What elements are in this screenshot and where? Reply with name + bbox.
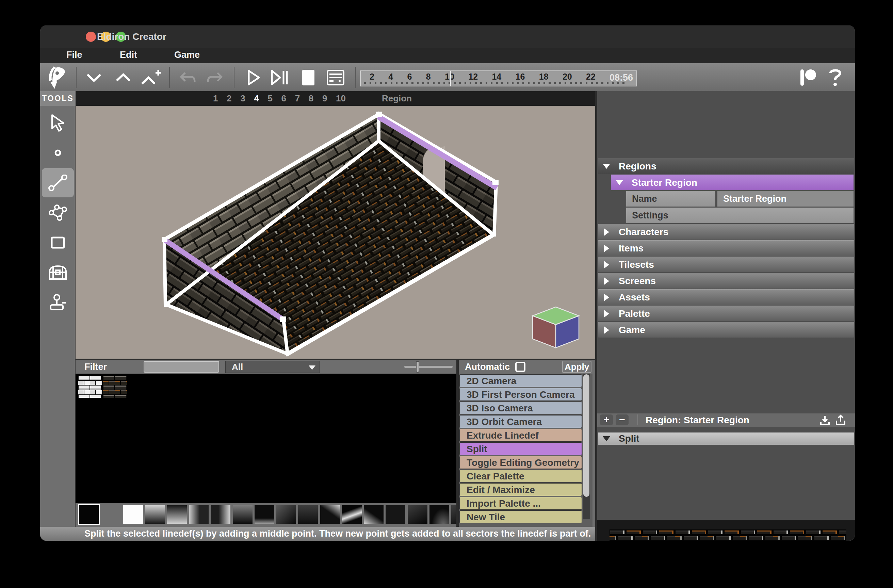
tool-linedef[interactable] xyxy=(42,168,74,197)
tool-rect[interactable] xyxy=(42,228,74,257)
texture-preview[interactable] xyxy=(609,529,846,541)
menu-edit[interactable]: Edit xyxy=(120,48,137,63)
chevron-right-icon xyxy=(604,228,609,236)
gradient-swatch[interactable] xyxy=(320,505,340,524)
automatic-checkbox[interactable] xyxy=(515,362,525,372)
command-2d-camera[interactable]: 2D Camera xyxy=(459,374,582,387)
region-tab-label[interactable]: Region xyxy=(382,91,436,106)
tab-4-active[interactable]: 4 xyxy=(254,93,259,104)
gradient-swatch[interactable] xyxy=(189,505,209,524)
add-button[interactable]: + xyxy=(600,415,613,426)
swatch-white[interactable] xyxy=(123,505,143,524)
gradient-swatch[interactable] xyxy=(167,505,187,524)
close-traffic-light[interactable] xyxy=(86,32,96,42)
region-item-starter-region[interactable]: Starter Region xyxy=(611,174,854,190)
play-icon[interactable] xyxy=(244,63,264,92)
command-3d-iso-camera[interactable]: 3D Iso Camera xyxy=(459,402,582,415)
timeline-ruler[interactable]: 24 68 1012 1416 1820 22 08:56 xyxy=(360,71,637,86)
tab-2[interactable]: 2 xyxy=(227,93,232,104)
tab-6[interactable]: 6 xyxy=(281,93,286,104)
gradient-swatch[interactable] xyxy=(386,505,405,524)
tab-7[interactable]: 7 xyxy=(295,93,300,104)
debug-list-icon[interactable] xyxy=(325,63,346,92)
section-regions[interactable]: Regions xyxy=(598,158,854,174)
tool-select[interactable] xyxy=(42,108,74,137)
tab-3[interactable]: 3 xyxy=(240,93,245,104)
palette-tile-white-brick[interactable] xyxy=(78,376,102,398)
ruler-time: 08:56 xyxy=(609,72,633,83)
zoom-slider-handle[interactable] xyxy=(416,361,419,373)
command-3d-fp-camera[interactable]: 3D First Person Camera xyxy=(459,388,582,401)
section-items[interactable]: Items xyxy=(598,240,854,256)
section-screens[interactable]: Screens xyxy=(598,273,854,289)
section-assets[interactable]: Assets xyxy=(598,289,854,305)
tool-game[interactable] xyxy=(42,288,74,317)
titlebar: Eldiron Creator xyxy=(40,26,855,48)
command-split-selected[interactable]: Split xyxy=(459,442,582,455)
section-label: Items xyxy=(619,243,643,254)
undo-icon[interactable] xyxy=(177,63,198,92)
command-toggle-geometry[interactable]: Toggle Editing Geometry xyxy=(459,456,582,469)
chevron-right-icon xyxy=(604,245,609,252)
tab-9[interactable]: 9 xyxy=(322,93,327,104)
chevron-down-icon[interactable] xyxy=(84,63,104,92)
section-characters[interactable]: Characters xyxy=(598,224,854,239)
gradient-swatch[interactable] xyxy=(233,505,253,524)
command-import-palette[interactable]: Import Palette ... xyxy=(459,497,582,510)
right-panel: Regions Starter Region Name Starter Regi… xyxy=(597,91,855,541)
tab-10[interactable]: 10 xyxy=(336,93,346,104)
tool-vertex[interactable] xyxy=(42,138,74,167)
gradient-swatch[interactable] xyxy=(430,505,449,524)
section-palette[interactable]: Palette xyxy=(598,305,854,321)
command-clear-palette[interactable]: Clear Palette xyxy=(459,469,582,483)
gradient-swatch[interactable] xyxy=(145,505,165,524)
zoom-slider-track[interactable] xyxy=(404,366,453,368)
gradient-swatch[interactable] xyxy=(210,505,230,524)
gradient-swatch[interactable] xyxy=(408,505,427,524)
swatch-black-selected[interactable] xyxy=(79,505,99,524)
toolbar-separator xyxy=(234,67,235,88)
menu-file[interactable]: File xyxy=(66,48,82,63)
palette-tile-dark-brick[interactable] xyxy=(103,376,127,398)
section-game[interactable]: Game xyxy=(598,322,854,338)
map-viewport[interactable] xyxy=(75,106,595,359)
play-pause-icon[interactable] xyxy=(268,63,291,92)
command-new-tile[interactable]: New Tile xyxy=(459,510,582,523)
command-3d-orbit-camera[interactable]: 3D Orbit Camera xyxy=(459,415,582,428)
help-icon[interactable] xyxy=(825,63,845,92)
chevron-up-plus-icon[interactable] xyxy=(140,63,162,92)
command-scrollbar-thumb[interactable] xyxy=(583,374,589,497)
gradient-swatch[interactable] xyxy=(276,505,296,524)
patreon-icon[interactable] xyxy=(797,63,819,92)
upload-icon[interactable] xyxy=(834,415,847,426)
tab-5[interactable]: 5 xyxy=(268,93,272,104)
stop-icon[interactable] xyxy=(299,63,317,92)
tool-tileset[interactable] xyxy=(42,258,74,287)
gradient-swatch[interactable] xyxy=(364,505,383,524)
ruler-numbers: 24 68 1012 1416 1820 22 xyxy=(370,72,595,82)
name-field-value[interactable]: Starter Region xyxy=(717,191,854,206)
filter-input[interactable] xyxy=(144,361,219,373)
remove-button[interactable]: − xyxy=(616,415,628,426)
tile-palette[interactable] xyxy=(75,374,456,503)
gradient-swatch[interactable] xyxy=(298,505,318,524)
layer-tabs[interactable]: 1 2 3 4 5 6 7 8 9 10 xyxy=(213,91,346,106)
download-icon[interactable] xyxy=(818,415,831,426)
apply-button[interactable]: Apply xyxy=(562,361,591,373)
menu-game[interactable]: Game xyxy=(174,48,200,63)
statusbar: Split the selected linedef(s) by adding … xyxy=(40,527,595,541)
tab-1[interactable]: 1 xyxy=(213,93,218,104)
settings-button[interactable]: Settings xyxy=(626,208,854,223)
command-extrude-linedef[interactable]: Extrude Linedef xyxy=(459,429,582,442)
tab-8[interactable]: 8 xyxy=(309,93,313,104)
command-edit-maximize[interactable]: Edit / Maximize xyxy=(459,483,582,496)
chevron-up-icon[interactable] xyxy=(113,63,134,92)
gradient-swatch[interactable] xyxy=(342,505,362,524)
command-scrollbar[interactable] xyxy=(583,374,590,519)
filter-dropdown[interactable]: All xyxy=(225,361,320,373)
redo-icon[interactable] xyxy=(204,63,225,92)
gradient-swatch[interactable] xyxy=(254,505,274,524)
tool-sector[interactable] xyxy=(42,198,74,227)
section-tilesets[interactable]: Tilesets xyxy=(598,257,854,272)
split-panel-header[interactable]: Split xyxy=(598,433,854,445)
